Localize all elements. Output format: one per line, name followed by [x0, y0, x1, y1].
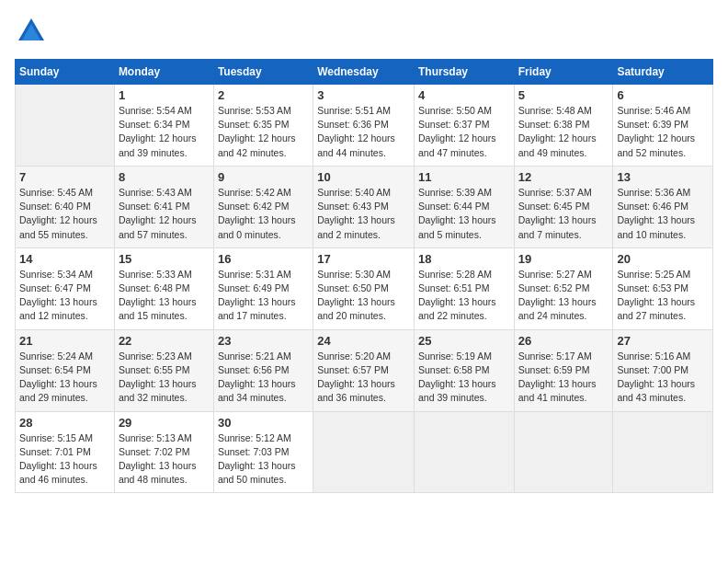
day-info-line: Sunset: 6:34 PM [119, 119, 190, 130]
column-header-wednesday: Wednesday [313, 60, 415, 85]
day-info: Sunrise: 5:23 AMSunset: 6:55 PMDaylight:… [119, 350, 210, 406]
day-info-line: Sunset: 6:48 PM [119, 282, 190, 293]
day-number: 25 [418, 334, 510, 348]
day-info-line: Daylight: 13 hours [119, 460, 197, 471]
day-info-line: and 5 minutes. [418, 229, 482, 240]
day-info-line: Sunset: 6:58 PM [418, 364, 490, 375]
day-info-line: Daylight: 13 hours [19, 296, 97, 307]
day-info-line: Sunset: 6:51 PM [418, 282, 490, 293]
day-info-line: Sunset: 6:53 PM [617, 282, 688, 293]
day-info: Sunrise: 5:50 AMSunset: 6:37 PMDaylight:… [418, 104, 510, 160]
day-info-line: and 22 minutes. [418, 310, 487, 321]
day-info-line: Daylight: 12 hours [418, 132, 496, 144]
day-number: 15 [119, 252, 210, 266]
day-number: 10 [317, 170, 410, 184]
calendar-cell: 17Sunrise: 5:30 AMSunset: 6:50 PMDayligh… [313, 247, 415, 329]
day-info-line: Sunrise: 5:48 AM [518, 105, 592, 116]
day-info: Sunrise: 5:54 AMSunset: 6:34 PMDaylight:… [119, 104, 210, 160]
day-info: Sunrise: 5:51 AMSunset: 6:36 PMDaylight:… [317, 104, 410, 160]
day-info-line: and 49 minutes. [518, 147, 587, 158]
calendar-cell: 24Sunrise: 5:20 AMSunset: 6:57 PMDayligh… [313, 329, 415, 411]
day-info-line: Daylight: 12 hours [518, 132, 597, 144]
column-header-tuesday: Tuesday [213, 60, 313, 85]
day-info-line: and 44 minutes. [317, 147, 386, 158]
day-info: Sunrise: 5:16 AMSunset: 7:00 PMDaylight:… [617, 350, 709, 406]
day-info-line: and 2 minutes. [317, 229, 381, 240]
day-info-line: Sunrise: 5:25 AM [617, 269, 690, 280]
day-info-line: Sunrise: 5:51 AM [317, 105, 391, 116]
day-info-line: and 7 minutes. [518, 229, 582, 240]
day-info-line: and 39 minutes. [418, 392, 487, 403]
day-info: Sunrise: 5:39 AMSunset: 6:44 PMDaylight:… [418, 186, 510, 242]
day-info-line: Daylight: 13 hours [418, 214, 496, 225]
calendar-table: SundayMondayTuesdayWednesdayThursdayFrid… [15, 59, 713, 493]
calendar-cell: 10Sunrise: 5:40 AMSunset: 6:43 PMDayligh… [313, 166, 415, 247]
calendar-cell: 26Sunrise: 5:17 AMSunset: 6:59 PMDayligh… [514, 329, 613, 411]
day-info-line: Sunset: 6:54 PM [19, 364, 91, 375]
day-number: 24 [317, 334, 410, 348]
day-info-line: Daylight: 13 hours [317, 378, 395, 389]
calendar-cell: 19Sunrise: 5:27 AMSunset: 6:52 PMDayligh… [514, 247, 613, 329]
day-info-line: Sunset: 6:52 PM [518, 282, 590, 293]
day-info-line: Sunset: 6:41 PM [119, 201, 190, 212]
day-info-line: Sunrise: 5:19 AM [418, 350, 492, 362]
day-info-line: Sunrise: 5:17 AM [518, 350, 592, 362]
day-info: Sunrise: 5:37 AMSunset: 6:45 PMDaylight:… [518, 186, 609, 242]
day-number: 28 [19, 416, 110, 430]
day-info-line: Sunset: 6:50 PM [317, 282, 389, 293]
day-info-line: Sunrise: 5:53 AM [218, 105, 291, 116]
day-number: 27 [617, 334, 709, 348]
day-info-line: Sunrise: 5:43 AM [119, 187, 192, 198]
day-info: Sunrise: 5:24 AMSunset: 6:54 PMDaylight:… [19, 350, 110, 406]
day-info-line: Daylight: 13 hours [19, 460, 97, 471]
day-info-line: Sunset: 7:01 PM [19, 446, 91, 457]
day-number: 12 [518, 170, 609, 184]
day-info-line: Daylight: 13 hours [617, 378, 695, 389]
page-header [15, 15, 713, 48]
day-info-line: Daylight: 13 hours [19, 378, 97, 389]
day-info-line: Daylight: 12 hours [119, 132, 197, 144]
day-info: Sunrise: 5:45 AMSunset: 6:40 PMDaylight:… [19, 186, 110, 242]
calendar-cell: 27Sunrise: 5:16 AMSunset: 7:00 PMDayligh… [613, 329, 713, 411]
calendar-cell: 18Sunrise: 5:28 AMSunset: 6:51 PMDayligh… [414, 247, 514, 329]
day-info-line: and 57 minutes. [119, 229, 188, 240]
day-info: Sunrise: 5:34 AMSunset: 6:47 PMDaylight:… [19, 268, 110, 324]
day-info: Sunrise: 5:15 AMSunset: 7:01 PMDaylight:… [19, 431, 110, 488]
day-number: 23 [218, 334, 309, 348]
day-info-line: Sunset: 6:47 PM [19, 282, 91, 293]
day-info-line: Sunset: 6:37 PM [418, 119, 490, 130]
day-info-line: Daylight: 13 hours [119, 296, 197, 307]
day-info: Sunrise: 5:21 AMSunset: 6:56 PMDaylight:… [218, 350, 309, 406]
calendar-cell: 16Sunrise: 5:31 AMSunset: 6:49 PMDayligh… [213, 247, 313, 329]
day-number: 13 [617, 170, 709, 184]
day-number: 17 [317, 252, 410, 266]
day-info-line: Sunrise: 5:28 AM [418, 269, 492, 280]
calendar-cell: 9Sunrise: 5:42 AMSunset: 6:42 PMDaylight… [213, 166, 313, 247]
day-info: Sunrise: 5:48 AMSunset: 6:38 PMDaylight:… [518, 104, 609, 160]
calendar-cell [16, 85, 115, 167]
day-number: 20 [617, 252, 709, 266]
calendar-week-row: 1Sunrise: 5:54 AMSunset: 6:34 PMDaylight… [16, 85, 713, 167]
day-info-line: Sunrise: 5:30 AM [317, 269, 391, 280]
day-info-line: Sunrise: 5:21 AM [218, 350, 291, 362]
day-info-line: Daylight: 12 hours [19, 214, 97, 225]
day-number: 1 [119, 88, 210, 102]
day-info-line: Daylight: 13 hours [617, 214, 695, 225]
day-number: 22 [119, 334, 210, 348]
day-info-line: Daylight: 13 hours [418, 296, 496, 307]
calendar-cell: 11Sunrise: 5:39 AMSunset: 6:44 PMDayligh… [414, 166, 514, 247]
day-info-line: Sunrise: 5:24 AM [19, 350, 93, 362]
day-info-line: Sunset: 7:00 PM [617, 364, 688, 375]
day-info-line: Sunset: 6:44 PM [418, 201, 490, 212]
day-info: Sunrise: 5:12 AMSunset: 7:03 PMDaylight:… [218, 431, 309, 488]
day-number: 11 [418, 170, 510, 184]
calendar-cell: 30Sunrise: 5:12 AMSunset: 7:03 PMDayligh… [213, 411, 313, 493]
day-info-line: Sunrise: 5:46 AM [617, 105, 690, 116]
day-info-line: and 39 minutes. [119, 147, 188, 158]
calendar-cell: 7Sunrise: 5:45 AMSunset: 6:40 PMDaylight… [16, 166, 115, 247]
day-info-line: Daylight: 13 hours [518, 378, 597, 389]
day-info: Sunrise: 5:53 AMSunset: 6:35 PMDaylight:… [218, 104, 309, 160]
day-number: 8 [119, 170, 210, 184]
day-info-line: and 27 minutes. [617, 310, 686, 321]
day-info-line: Daylight: 12 hours [317, 132, 395, 144]
